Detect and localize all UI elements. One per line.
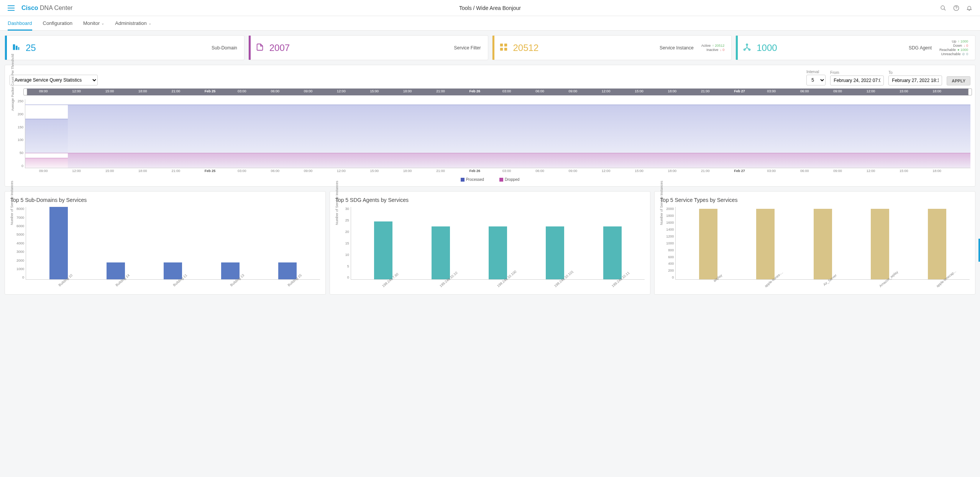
- bc-xaxis: airplayapple-itunes-...Air_ServerAmazon_…: [675, 280, 970, 289]
- brand: Cisco DNA Center: [21, 5, 72, 11]
- main-chart-yaxis: 250200150100500: [12, 99, 23, 168]
- to-label: To: [888, 70, 942, 75]
- scrubber-handle-right[interactable]: [968, 89, 972, 95]
- chevron-down-icon: ⌄: [101, 21, 104, 25]
- grid-icon: [499, 43, 508, 52]
- panel-top-5-service-types-by-services: Top 5 Service Types by Services Number o…: [654, 191, 975, 295]
- from-input[interactable]: [830, 75, 884, 85]
- from-label: From: [830, 70, 884, 75]
- bar[interactable]: [546, 226, 564, 280]
- brand-bold: Cisco: [21, 5, 38, 11]
- bc-yaxis: 800070006000500040003000200010000: [13, 207, 24, 279]
- side-accent: [978, 239, 980, 262]
- bar-chart: 800070006000500040003000200010000: [26, 207, 320, 280]
- bar[interactable]: [871, 209, 889, 279]
- chart-metric-select[interactable]: Average Service Query Statistics: [10, 75, 98, 85]
- bar[interactable]: [603, 226, 622, 280]
- svg-point-11: [746, 44, 748, 46]
- breadcrumb: Tools / Wide Area Bonjour: [459, 5, 521, 11]
- bar-chart: 2000180016001400120010008006004002000: [675, 207, 970, 280]
- card-mini-stats: Up↑ 1000Down↓ 0Reachable● 1000Unreachabl…: [939, 39, 968, 56]
- document-icon: [256, 43, 264, 52]
- card-value: 1000: [757, 43, 777, 53]
- svg-rect-5: [16, 46, 18, 50]
- interval-select[interactable]: 5: [806, 75, 826, 85]
- bar[interactable]: [49, 207, 68, 279]
- main-chart-legend: Processed Dropped: [10, 177, 970, 182]
- main-chart-panel: Average Service Query Statistics Interva…: [5, 65, 975, 187]
- bar[interactable]: [374, 221, 392, 279]
- top-bar: Cisco DNA Center Tools / Wide Area Bonjo…: [0, 0, 980, 16]
- brand-light: DNA Center: [40, 5, 72, 11]
- svg-point-0: [941, 6, 944, 9]
- svg-rect-4: [13, 44, 15, 50]
- top-icons: [940, 5, 972, 11]
- help-icon[interactable]: [953, 5, 959, 11]
- apply-button[interactable]: APPLY: [947, 76, 970, 85]
- summary-card-sub-domain[interactable]: 25 Sub-Domain: [5, 35, 245, 60]
- main-area-chart: 250200150100500: [25, 99, 970, 168]
- interval-label: Interval: [806, 70, 826, 74]
- network-icon: [743, 43, 751, 52]
- timeline-scrubber[interactable]: 09:0012:0015:0018:0021:00Feb 2503:0006:0…: [25, 89, 970, 95]
- chevron-down-icon: ⌄: [148, 21, 151, 25]
- card-label: SDG Agent: [909, 45, 932, 51]
- panel-title: Top 5 Sub-Domains by Services: [10, 197, 320, 203]
- bar[interactable]: [699, 209, 717, 279]
- bc-yaxis: 2000180016001400120010008006004002000: [662, 207, 674, 279]
- tab-dashboard[interactable]: Dashboard: [8, 16, 32, 30]
- svg-rect-8: [504, 44, 507, 46]
- bar[interactable]: [221, 262, 240, 279]
- card-label: Sub-Domain: [212, 45, 237, 51]
- summary-card-service-instance[interactable]: 20512 Service InstanceActive↑ 20512Inact…: [492, 35, 732, 60]
- menu-icon[interactable]: [8, 5, 15, 11]
- bar[interactable]: [164, 262, 182, 279]
- card-value: 20512: [513, 43, 539, 53]
- panel-title: Top 5 SDG Agents by Services: [335, 197, 645, 203]
- bc-yaxis: 302520151050: [338, 207, 349, 279]
- bar[interactable]: [814, 209, 832, 279]
- tab-administration[interactable]: Administration⌄: [115, 16, 151, 30]
- bell-icon[interactable]: [966, 5, 972, 11]
- scrubber-handle-left[interactable]: [23, 89, 27, 95]
- panel-title: Top 5 Service Types by Services: [660, 197, 970, 203]
- main-chart-xaxis: 09:0012:0015:0018:0021:00Feb 2503:0006:0…: [25, 168, 970, 175]
- svg-line-1: [944, 9, 946, 10]
- area-dropped: [25, 153, 970, 168]
- bc-xaxis: Building 10Building 14Building 11Buildin…: [26, 280, 320, 289]
- tab-monitor[interactable]: Monitor⌄: [83, 16, 104, 30]
- bar[interactable]: [432, 226, 450, 280]
- bar[interactable]: [928, 209, 946, 279]
- bc-xaxis: 199.246.7.60199.246.10.10199.246.10.1001…: [351, 280, 645, 289]
- summary-card-sdg-agent[interactable]: 1000 SDG AgentUp↑ 1000Down↓ 0Reachable● …: [735, 35, 975, 60]
- building-icon: [12, 43, 20, 52]
- panel-top-5-sdg-agents-by-services: Top 5 SDG Agents by Services Number of S…: [330, 191, 651, 295]
- bar[interactable]: [756, 209, 775, 279]
- svg-rect-9: [500, 48, 502, 51]
- card-value: 25: [26, 43, 36, 53]
- search-icon[interactable]: [940, 5, 946, 11]
- card-value: 2007: [269, 43, 290, 53]
- bar[interactable]: [107, 262, 125, 279]
- card-label: Service Filter: [454, 45, 481, 51]
- tab-bar: DashboardConfigurationMonitor⌄Administra…: [0, 16, 980, 31]
- svg-rect-10: [504, 48, 507, 51]
- card-mini-stats: Active↑ 20512Inactive↓ 0: [701, 44, 725, 52]
- svg-rect-6: [18, 47, 20, 50]
- summary-card-service-filter[interactable]: 2007 Service Filter: [248, 35, 488, 60]
- bar-chart: 302520151050: [351, 207, 645, 280]
- bottom-panels: Top 5 Sub-Domains by Services Number of …: [0, 191, 980, 299]
- chart-controls: Average Service Query Statistics Interva…: [10, 70, 970, 85]
- to-input[interactable]: [888, 75, 942, 85]
- legend-processed: Processed: [461, 177, 484, 182]
- bar[interactable]: [489, 226, 507, 280]
- bar[interactable]: [278, 262, 297, 279]
- card-label: Service Instance: [660, 45, 694, 51]
- svg-rect-7: [500, 44, 502, 46]
- legend-dropped: Dropped: [499, 177, 519, 182]
- panel-top-5-sub-domains-by-services: Top 5 Sub-Domains by Services Number of …: [5, 191, 326, 295]
- summary-cards: 25 Sub-Domain 2007 Service Filter 20512 …: [0, 31, 980, 65]
- tab-configuration[interactable]: Configuration: [43, 16, 72, 30]
